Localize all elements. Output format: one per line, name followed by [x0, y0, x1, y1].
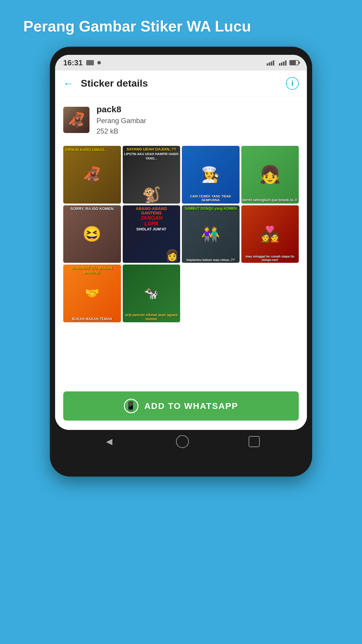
list-item[interactable]: 🤝 SAHABAT ITU MAKAN BARENG BUKAN MAKAN T… [63, 265, 121, 322]
page-title: Sticker details [81, 78, 286, 89]
status-dot-icon [97, 61, 101, 64]
list-item[interactable]: 🐄 urip pancen nikmat asan agawe mumet [123, 265, 180, 322]
add-button-container: 📱 ADD TO WHATSAPP [55, 385, 307, 430]
nav-bar: ◀ [55, 430, 307, 453]
phone-device: 16:31 [50, 47, 312, 477]
signal-icon-2 [279, 60, 287, 66]
list-item[interactable]: SAYANG UDAH GAJIAN..??LIPSTIN AKU UDAH H… [123, 146, 180, 204]
add-button-label: ADD TO WHATSAPP [144, 401, 238, 411]
nav-home-button[interactable] [176, 435, 189, 448]
sticker-grid: DIPIKIN KARO UWUO... SAYANG UDAH GAJIAN.… [55, 141, 307, 327]
list-item[interactable]: ABANG-ABANGGANTENGJANGANLUPASHOLAT JUM'A… [123, 205, 180, 263]
pack-name: pack8 [96, 104, 146, 114]
pack-size: 252 kB [96, 127, 146, 135]
list-item[interactable]: DIPIKIN KARO UWUO... [63, 146, 121, 204]
pack-info: pack8 Perang Gambar 252 kB [55, 96, 307, 141]
list-item[interactable]: 😆 SORRY, RA ISO KOMEN [63, 205, 121, 263]
back-button[interactable]: ← [63, 77, 74, 90]
list-item[interactable]: 👩‍🍳 CARI CEWEK YANG TIDAK SEMPURNA [182, 146, 240, 204]
nav-back-button[interactable]: ◀ [102, 435, 116, 449]
info-icon: i [291, 79, 293, 88]
status-time: 16:31 [63, 58, 83, 67]
pack-thumbnail [63, 107, 89, 133]
phone-screen: 16:31 [55, 55, 307, 430]
pack-subtitle: Perang Gambar [96, 117, 146, 125]
list-item[interactable]: 💑 mau minggat ke rumah siapa itu mimpi-r… [241, 205, 299, 263]
nav-recent-button[interactable] [249, 436, 260, 447]
list-item[interactable]: 👧 bermi sehingkuh que bneok lo..!! [241, 146, 299, 204]
list-item[interactable]: 👫 SAMBUT DONQU yang KOMEN Impianmu belum… [182, 205, 240, 263]
app-bar: ← Sticker details i [55, 71, 307, 96]
signal-icon-1 [267, 60, 274, 66]
info-button[interactable]: i [286, 77, 299, 90]
status-bar: 16:31 [55, 55, 307, 71]
status-image-icon [86, 60, 94, 65]
content-area [55, 327, 307, 385]
battery-icon [289, 60, 299, 65]
app-title: Perang Gambar Stiker WA Lucu [0, 0, 362, 47]
add-to-whatsapp-button[interactable]: 📱 ADD TO WHATSAPP [63, 391, 299, 421]
whatsapp-icon: 📱 [124, 399, 138, 413]
